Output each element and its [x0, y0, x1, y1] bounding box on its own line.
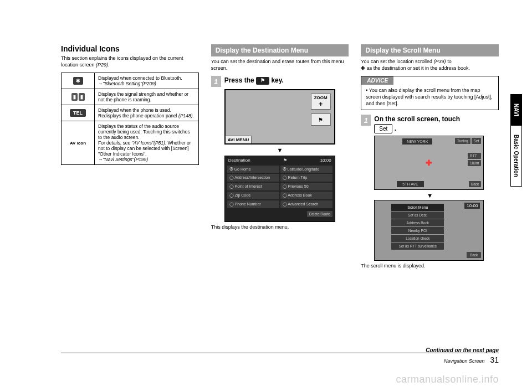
page-number: 31 [490, 355, 499, 364]
cell-icon: ✱ [62, 73, 95, 89]
advice-box: ADVICE You can also display the scroll m… [361, 76, 499, 110]
desc-a: Displayed when connected to Bluetooth. [98, 75, 182, 81]
rtt-button[interactable]: RTT [468, 153, 481, 159]
caption: The scroll menu is displayed. [361, 263, 499, 270]
item-poi[interactable]: ◯ Point of Interest [227, 183, 279, 190]
signal-icon: ▮ [79, 93, 85, 101]
intro-text: This section explains the icons displaye… [61, 55, 199, 68]
arrow: → [98, 81, 103, 86]
desc-b: For details, see [98, 140, 131, 146]
col-destination-menu: Display the Destination Menu You can set… [211, 44, 349, 270]
t-a: Press the [224, 76, 256, 84]
item-nearby-poi[interactable]: Nearby POI [391, 227, 444, 234]
step-text: On the scroll screen, touch Set . [374, 115, 499, 133]
plus-icon: + [319, 100, 323, 108]
cell-desc: Displays the status of the audio source … [95, 121, 199, 165]
advice-item: You can also display the scroll menu fro… [366, 87, 494, 107]
section-bar: Display the Scroll Menu [361, 44, 499, 56]
heading-individual-icons: Individual Icons [61, 44, 199, 53]
tab-basic-operation[interactable]: Basic Operation [510, 125, 522, 187]
desc-b: Redisplays the phone operation panel [98, 113, 178, 118]
intro-a: This section explains the icons displaye… [61, 55, 183, 68]
item-prev50[interactable]: ◯ Previous 50 [280, 183, 332, 190]
desc-q: "AV Icons"(P81) [131, 140, 165, 146]
crosshair-icon: ✚ [426, 158, 432, 167]
screenshot-dest-menu: Destination ⚑ 10:00 ⦿ Go Home ⦿ Latitude… [224, 156, 335, 222]
table-row: AV icon Displays the status of the audio… [62, 121, 199, 165]
screenshot-scroll-menu: 10:00 Scroll Menu Set as Dest. Address B… [374, 200, 484, 261]
zoom-label: ZOOM [314, 95, 328, 100]
c: as the destination or set it in the addr… [365, 65, 470, 71]
set-button[interactable]: Set [472, 138, 482, 144]
footer: Navigation Screen 31 [61, 353, 499, 364]
down-arrow-icon: ▼ [211, 147, 349, 153]
intro-b: . [108, 62, 110, 68]
item-phone[interactable]: ◯ Phone Number [227, 200, 279, 208]
back-button[interactable]: Back [467, 252, 481, 258]
delete-route-button[interactable]: Delete Route [307, 211, 332, 217]
item-location-check[interactable]: Location check [391, 235, 444, 242]
a: You can set the location scrolled [361, 59, 433, 64]
side-btns: RTT 100m [468, 153, 481, 166]
item-return[interactable]: ◯ Return Trip [280, 174, 332, 182]
side-tabs: NAVI Basic Operation [510, 94, 522, 187]
cell-desc: Displayed when connected to Bluetooth. →… [95, 73, 199, 89]
cell-desc: Displays the signal strength and whether… [95, 89, 199, 105]
watermark: carmanualsonline.info [396, 374, 499, 385]
item-addrbook[interactable]: Address Book [391, 219, 444, 226]
tab-navi[interactable]: NAVI [510, 94, 522, 126]
ref: (P39) [434, 59, 446, 64]
columns: Individual Icons This section explains t… [61, 44, 499, 270]
flag-icon: ⚑ [283, 158, 287, 163]
item-set-dest[interactable]: Set as Dest. [391, 212, 444, 219]
dest-header: Destination ⚑ 10:00 [225, 156, 335, 164]
bluetooth-icon: ✱ [73, 77, 83, 85]
t-b: key. [269, 76, 284, 84]
col-scroll-menu: Display the Scroll Menu You can set the … [361, 44, 499, 270]
location-label: NEW YORK [402, 138, 432, 145]
table-row: ✱ Displayed when connected to Bluetooth.… [62, 73, 199, 89]
desc-a: Displayed when the phone is used. [98, 107, 171, 113]
b: to [446, 59, 452, 64]
desc-q2: "Navi Settings"(P195) [103, 157, 149, 162]
tel-icon: TEL [70, 109, 86, 117]
desc-ref: (P148) [178, 113, 193, 118]
zoom-button[interactable]: ZOOM+ [311, 94, 331, 110]
arrow: → [98, 157, 103, 162]
scroll-menu-list: Scroll Menu Set as Dest. Address Book Ne… [391, 204, 444, 250]
clock: 10:00 [464, 203, 480, 209]
section-name: Navigation Screen [444, 358, 485, 364]
item-latlon[interactable]: ⦿ Latitude/Longitude [280, 166, 332, 173]
table-row: ▮▮ Displays the signal strength and whet… [62, 89, 199, 105]
intro-ref: (P29) [96, 62, 108, 68]
avi-menu-button[interactable]: AVI MENU [226, 136, 252, 143]
step-number: 1 [361, 115, 371, 126]
item-address[interactable]: ◯ Address/Intersection [227, 174, 279, 182]
dest-title: Destination [228, 158, 250, 163]
step-number: 1 [211, 76, 221, 87]
b: . [392, 125, 396, 132]
page: Individual Icons This section explains t… [0, 0, 532, 392]
icon-table: ✱ Displayed when connected to Bluetooth.… [61, 73, 199, 165]
col-individual-icons: Individual Icons This section explains t… [61, 44, 199, 270]
menu-head: Scroll Menu [391, 204, 444, 211]
signal-icon: ▮ [71, 93, 78, 101]
tuning-button[interactable]: Tuning [455, 138, 470, 144]
clock: 10:00 [320, 158, 331, 163]
cell-icon: AV icon [62, 121, 95, 165]
item-go-home[interactable]: ⦿ Go Home [227, 166, 279, 173]
table-row: TEL Displayed when the phone is used. Re… [62, 105, 199, 121]
desc-quote: "Bluetooth Setting"(P209) [103, 81, 156, 86]
set-button-chip: Set [374, 124, 392, 133]
flag-button[interactable]: ⚑ [311, 114, 331, 126]
step-1: 1 On the scroll screen, touch Set . [361, 115, 499, 133]
item-advsearch[interactable]: ◯ Advanced Search [280, 200, 332, 208]
desc-a: Displays the status of the audio source … [98, 123, 190, 140]
top-btns: Tuning Set [455, 138, 481, 144]
item-zip[interactable]: ◯ Zip Code [227, 192, 279, 199]
screenshot-map: ZOOM+ ⚑ AVI MENU [224, 89, 335, 145]
item-rtt-surv[interactable]: Set as RTT surveillance [391, 243, 444, 250]
scale-button[interactable]: 100m [468, 160, 481, 166]
item-addrbook[interactable]: ◯ Address Book [280, 192, 332, 199]
back-button[interactable]: Back [469, 181, 481, 187]
